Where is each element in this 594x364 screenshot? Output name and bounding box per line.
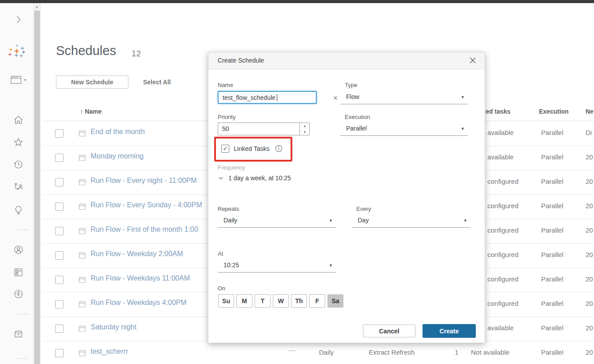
scrollbar-up-arrow[interactable]: ▲	[33, 4, 41, 11]
schedule-name-link[interactable]: Saturday night	[91, 323, 136, 331]
linked-tasks-cell: configured	[487, 178, 518, 185]
day-toggle-tuesday[interactable]: T	[255, 294, 271, 308]
name-column-header[interactable]: ↑ Name	[80, 108, 102, 115]
next-run-cell: 20	[586, 275, 593, 283]
every-dropdown[interactable]: Day ▼	[352, 215, 470, 228]
day-toggle-saturday-selected[interactable]: Sa	[327, 294, 343, 308]
sidebar-item-home[interactable]	[12, 113, 25, 127]
execution-cell: Parallel	[541, 202, 563, 210]
row-checkbox[interactable]	[55, 227, 64, 235]
sidebar-item-personal-space[interactable]	[12, 243, 25, 256]
row-checkbox[interactable]	[55, 349, 64, 357]
execution-dropdown[interactable]: Parallel ▼	[340, 123, 468, 136]
execution-cell: Parallel	[541, 178, 563, 185]
day-toggle-friday[interactable]: F	[309, 294, 325, 308]
linked-tasks-cell: configured	[487, 202, 518, 210]
sidebar-item-recommendations[interactable]	[12, 203, 25, 217]
stepper-up-icon[interactable]: ▲	[300, 124, 310, 127]
schedule-name-link[interactable]: Run Flow - First of the month 1:00	[91, 226, 198, 233]
collections-grid-icon	[13, 267, 24, 277]
text-cursor	[277, 94, 277, 101]
row-actions-menu[interactable]: …	[288, 344, 296, 353]
lightbulb-icon	[13, 205, 24, 215]
clear-name-icon[interactable]: ×	[333, 94, 338, 102]
sidebar-scrollbar-thumb[interactable]	[34, 11, 40, 364]
name-input[interactable]: test_flow_schedule	[218, 91, 317, 104]
at-value: 10:25	[223, 261, 239, 269]
type-cell: Extract Refresh	[369, 348, 415, 356]
row-checkbox[interactable]	[55, 154, 64, 162]
linked-tasks-cell: configured	[487, 300, 518, 307]
calendar-icon	[78, 154, 86, 162]
linked-tasks-cell: configured	[487, 275, 518, 283]
name-label: Name	[218, 82, 233, 88]
sidebar-item-collections[interactable]	[12, 265, 25, 279]
execution-label: Execution	[345, 114, 370, 120]
priority-input[interactable]: 50 ▲ ▼	[218, 123, 310, 135]
dialog-header: Create Schedule	[208, 52, 485, 69]
sidebar-item-external-assets[interactable]	[12, 327, 25, 340]
day-toggle-sunday[interactable]: Su	[218, 294, 234, 308]
tableau-logo[interactable]: + + + + + + + +	[8, 42, 28, 60]
every-value: Day	[358, 217, 369, 224]
close-button[interactable]	[469, 56, 478, 65]
schedule-name-link[interactable]: test_scherrr	[91, 348, 128, 356]
row-checkbox[interactable]	[55, 129, 64, 138]
schedule-name-link[interactable]: Monday morning	[91, 152, 144, 160]
cancel-button[interactable]: Cancel	[363, 324, 415, 337]
info-icon[interactable]	[275, 145, 283, 152]
page-title: Schedules	[56, 44, 116, 58]
schedule-name-link[interactable]: Run Flow - Weekdays 4:00PM	[91, 299, 187, 307]
row-checkbox[interactable]	[55, 276, 64, 284]
sort-ascending-arrow-icon: ↑	[80, 108, 83, 115]
task-count-cell: 1	[450, 348, 458, 356]
type-dropdown[interactable]: Flow ▼	[340, 91, 468, 104]
day-toggle-thursday[interactable]: Th	[291, 294, 307, 308]
next-run-column-header[interactable]: Ne	[586, 108, 594, 115]
day-toggle-monday[interactable]: M	[236, 294, 252, 308]
home-icon	[13, 115, 24, 125]
execution-cell: Parallel	[541, 324, 563, 332]
calendar-icon	[78, 251, 86, 259]
day-toggle-wednesday[interactable]: W	[273, 294, 289, 308]
new-schedule-button[interactable]: New Schedule	[56, 75, 128, 89]
schedule-name-link[interactable]: Run Flow - Every night - 11:00PM	[91, 177, 197, 185]
schedule-name-link[interactable]: End of the month	[91, 128, 145, 136]
linked-tasks-cell: available	[487, 324, 514, 332]
sidebar-item-favorites[interactable]	[12, 135, 25, 149]
execution-column-header[interactable]: Execution	[539, 108, 569, 115]
sidebar-item-explore[interactable]	[12, 287, 25, 301]
star-icon	[13, 137, 24, 147]
frequency-cell: Daily	[319, 348, 334, 356]
schedule-name-link[interactable]: Run Flow - Weekday 2:00AM	[91, 250, 183, 258]
type-value: Flow	[346, 93, 359, 100]
linked-tasks-cell: available	[487, 129, 514, 136]
stepper-down-icon[interactable]: ▼	[300, 131, 310, 134]
row-checkbox[interactable]	[55, 324, 64, 333]
schedule-name-link[interactable]: Run Flow - Weekdays 11:00AM	[91, 274, 190, 282]
select-all-button[interactable]: Select All	[143, 79, 171, 86]
sidebar-item-shared-with-me[interactable]	[12, 180, 25, 193]
row-checkbox[interactable]	[55, 178, 64, 186]
sidebar-expand-button[interactable]	[12, 13, 25, 26]
table-row: test_scherrr … Daily Extract Refresh 1 N…	[43, 341, 594, 364]
linked-tasks-checkbox[interactable]: ✓	[221, 145, 229, 153]
calendar-icon	[78, 129, 86, 137]
chevron-down-icon: ▼	[329, 218, 333, 223]
linked-tasks-checkbox-label: Linked Tasks	[234, 145, 270, 152]
execution-cell: Parallel	[541, 251, 563, 258]
chevron-right-icon	[13, 15, 23, 24]
frequency-collapse-chevron-icon[interactable]	[218, 175, 224, 181]
row-checkbox[interactable]	[55, 202, 64, 211]
repeats-dropdown[interactable]: Daily ▼	[218, 215, 336, 228]
calendar-icon	[78, 276, 86, 284]
at-dropdown[interactable]: 10:25 ▼	[218, 260, 336, 273]
linked-tasks-column-header[interactable]: ed tasks	[486, 108, 510, 115]
content-switcher[interactable]: ▼	[10, 73, 28, 87]
row-checkbox[interactable]	[55, 300, 64, 309]
sidebar-item-recents[interactable]	[12, 158, 25, 171]
schedule-name-link[interactable]: Run Flow - Every Sunday - 4:00PM	[91, 201, 202, 209]
create-button[interactable]: Create	[423, 324, 476, 338]
execution-cell: Parallel	[541, 300, 563, 307]
row-checkbox[interactable]	[55, 251, 64, 260]
